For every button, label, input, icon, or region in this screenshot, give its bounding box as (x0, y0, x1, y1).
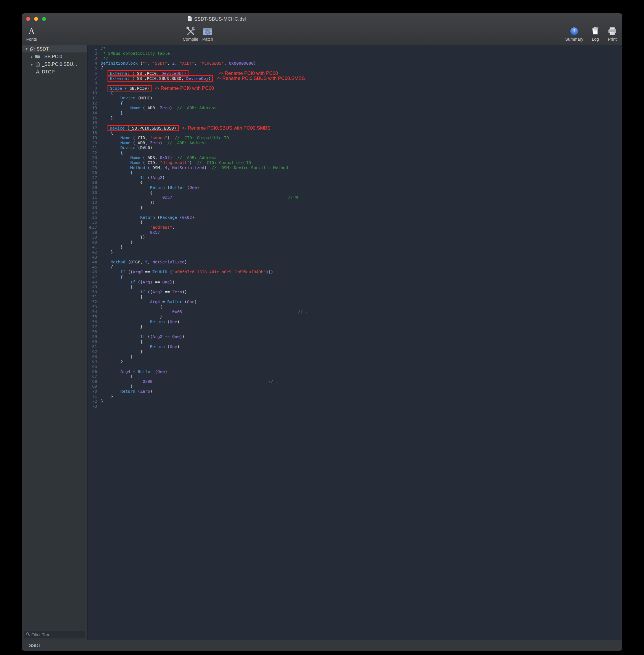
code-line[interactable]: 52 Arg4 = Buffer (One) (88, 299, 622, 304)
tree-item-sb-pci0-sbus[interactable]: ▸ _SB.PCI0.SBU... (22, 61, 87, 68)
code-line[interactable]: 45 { (88, 265, 622, 270)
code-line[interactable]: 12 { (88, 101, 622, 106)
code-line[interactable]: 58 (88, 330, 622, 335)
code-line[interactable]: 18 { (88, 131, 622, 136)
line-number: 18 (88, 131, 101, 136)
line-number: 8 (88, 81, 101, 86)
code-line[interactable]: 60 { (88, 339, 622, 344)
code-token: { (101, 304, 162, 309)
code-line[interactable]: 54 0x03 // . (88, 310, 622, 315)
code-line[interactable]: 61 Return (One) (88, 344, 622, 349)
summary-button[interactable]: i Summary (565, 25, 583, 45)
code-line[interactable]: 10 { (88, 91, 622, 96)
disclosure-closed-icon[interactable]: ▸ (29, 54, 34, 59)
code-line[interactable]: 44 Method (DTGP, 5, NotSerialized) (88, 260, 622, 265)
code-line[interactable]: 4DefinitionBlock ("", "SSDT", 2, "ACDT",… (88, 61, 622, 66)
code-line[interactable]: 11 Device (MCHC) (88, 96, 622, 101)
code-line[interactable]: 55 } (88, 315, 622, 320)
tree-item-dtgp[interactable]: DTGP (22, 68, 87, 76)
code-line[interactable]: 13 Name (_ADR, Zero) // _ADR: Address (88, 106, 622, 111)
code-line[interactable]: 50 If ((Arg2 == Zero)) (88, 290, 622, 295)
code-line[interactable]: 19 Name (_CID, "smbus") // _CID: Compati… (88, 136, 622, 141)
code-line[interactable]: 8 (88, 81, 622, 86)
log-button[interactable]: Log (591, 25, 600, 45)
code-line[interactable]: 47 { (88, 275, 622, 280)
filter-tree-field[interactable] (24, 631, 85, 638)
code-line[interactable]: 27 If (!Arg2) (88, 175, 622, 180)
code-line[interactable]: 32 }) (88, 200, 622, 205)
code-line[interactable]: 9 Scope (_SB.PCI0) <- Rename PCI0 with P… (88, 86, 622, 91)
code-line[interactable]: 22 { (88, 151, 622, 156)
code-line[interactable]: 15 } (88, 116, 622, 121)
code-line[interactable]: 31 0x57 // W (88, 195, 622, 200)
code-line[interactable]: 33 } (88, 205, 622, 210)
code-line[interactable]: 17 Device (_SB.PCI0.SBUS.BUS0) <- Rename… (88, 126, 622, 131)
code-line[interactable]: 25 Method (_DSM, 4, NotSerialized) // _D… (88, 165, 622, 171)
code-line[interactable]: 59 If ((Arg2 == One)) (88, 334, 622, 339)
code-line[interactable]: 28 { (88, 180, 622, 185)
code-token: External (110, 71, 130, 76)
code-line[interactable]: 35 Return (Package (0x02) (88, 215, 622, 220)
code-line[interactable]: 66 Arg4 = Buffer (One) (88, 369, 622, 375)
code-line[interactable]: 14 } (88, 111, 622, 116)
code-line[interactable]: 1/* (88, 46, 622, 51)
code-line[interactable]: 64 } (88, 359, 622, 364)
disclosure-open-icon[interactable]: ▾ (24, 47, 29, 51)
code-line[interactable]: 26 { (88, 170, 622, 175)
disclosure-closed-icon[interactable]: ▸ (29, 62, 34, 67)
code-line[interactable]: 29 Return (Buffer (One) (88, 185, 622, 190)
code-line[interactable]: 71 } (88, 394, 622, 399)
code-token: ) (150, 389, 153, 393)
code-line[interactable]: 23 Name (_ADR, 0x57) // _ADR: Address (88, 155, 622, 160)
code-line[interactable]: 62 } (88, 349, 622, 354)
code-line[interactable]: 63 } (88, 354, 622, 359)
minimize-button[interactable] (34, 17, 38, 21)
code-line[interactable]: 30 { (88, 190, 622, 195)
document-proxy-icon[interactable] (188, 16, 192, 22)
code-line[interactable]: 48 If ((Arg1 == One)) (88, 280, 622, 285)
zoom-button[interactable] (42, 17, 46, 21)
code-line[interactable]: 42 } (88, 250, 622, 255)
code-line[interactable]: 72} (88, 399, 622, 404)
code-token: } (101, 240, 133, 245)
print-button[interactable]: Print (607, 25, 617, 45)
code-line[interactable]: 21 Device (DVL0) (88, 145, 622, 151)
code-line[interactable]: 38 0x57 (88, 230, 622, 235)
code-line[interactable]: 36 { (88, 220, 622, 225)
code-line[interactable]: 69 } (88, 384, 622, 389)
code-line[interactable]: 57 } (88, 324, 622, 330)
tree-item-ssdt[interactable]: ▾ SSDT (22, 45, 87, 53)
code-line[interactable]: 7 External (_SB_.PCI0.SBUS.BUS0, DeviceO… (88, 76, 622, 81)
code-token: // _CID: Compatible ID (175, 136, 229, 140)
code-line[interactable]: 2 * SMBus compatibility table. (88, 51, 622, 56)
title-bar[interactable]: SSDT-SBUS-MCHC.dsl (22, 13, 622, 25)
code-line[interactable]: 43 (88, 255, 622, 260)
code-line[interactable]: 56 Return (One) (88, 320, 622, 325)
code-line[interactable]: 51 { (88, 294, 622, 299)
code-line[interactable]: 70 Return (Zero) (88, 389, 622, 394)
code-editor[interactable]: 1/*2 * SMBus compatibility table.3 */4De… (88, 45, 622, 640)
code-line[interactable]: 73 (88, 404, 622, 409)
code-line[interactable]: 3 */ (88, 56, 622, 61)
patch-button[interactable]: Patch (199, 26, 216, 42)
code-line[interactable]: 34 (88, 210, 622, 215)
tree-item-sb-pci0[interactable]: ▸ _SB.PCI0 (22, 53, 87, 61)
code-line[interactable]: 46 If ((Arg0 == ToUUID ("a0b5b7c6-1318-4… (88, 270, 622, 275)
compile-button[interactable]: Compile (180, 26, 201, 42)
code-line[interactable]: 37 "address", (88, 225, 622, 230)
code-line[interactable]: 53 { (88, 304, 622, 310)
code-line[interactable]: 39 }) (88, 235, 622, 240)
code-line[interactable]: 6 External (_SB_.PCI0, DeviceObj) <- Ren… (88, 71, 622, 76)
code-token (101, 280, 130, 284)
code-line[interactable]: 24 Name (_CID, "diagsvault") // _CID: Co… (88, 160, 622, 165)
code-line[interactable]: 20 Name (_ADR, Zero) // _ADR: Address (88, 141, 622, 146)
filter-tree-input[interactable] (31, 632, 83, 637)
code-line[interactable]: 40 } (88, 240, 622, 245)
close-button[interactable] (26, 17, 30, 21)
fonts-button[interactable]: A Fonts (23, 26, 41, 42)
code-line[interactable]: 65 (88, 364, 622, 369)
code-line[interactable]: 67 { (88, 374, 622, 379)
code-line[interactable]: 49 { (88, 285, 622, 290)
code-line[interactable]: 68 0x00 // . (88, 379, 622, 384)
code-line[interactable]: 41 } (88, 245, 622, 250)
